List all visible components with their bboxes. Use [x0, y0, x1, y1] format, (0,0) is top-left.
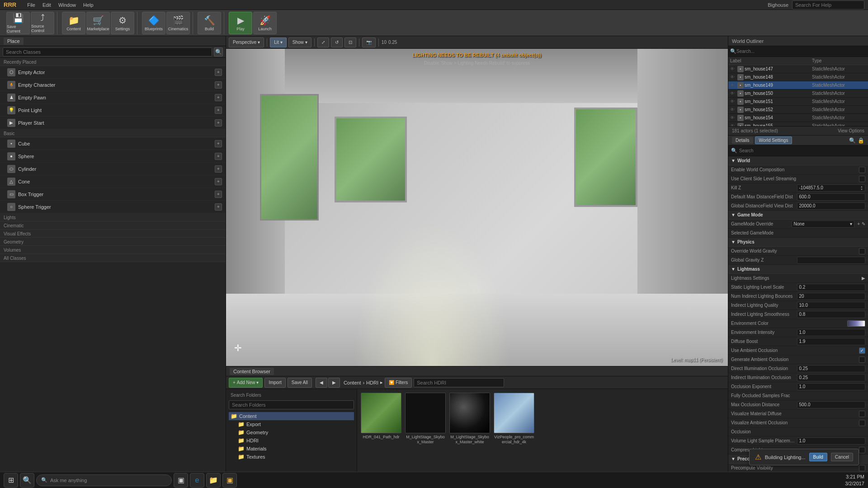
menu-window[interactable]: Window — [58, 2, 76, 8]
player-start-add-button[interactable]: + — [215, 119, 222, 127]
diffuse-boost-input[interactable]: 1.9 — [797, 338, 866, 345]
view-options-button[interactable]: View Options — [838, 128, 864, 133]
content-search-input[interactable] — [414, 378, 504, 387]
visibility-icon[interactable]: 👁 — [730, 83, 736, 88]
list-item[interactable]: M_LightStage_Skybox_Master_white — [449, 393, 490, 445]
menu-help[interactable]: Help — [83, 2, 94, 8]
environment-color-swatch[interactable] — [847, 320, 865, 327]
client-side-level-checkbox[interactable] — [859, 176, 865, 182]
build-notification-build-button[interactable]: Build — [809, 453, 827, 461]
table-row[interactable]: 👁 ▪ sm_house154 StaticMeshActor — [728, 114, 868, 122]
global-dist-input[interactable]: 20000.0 — [797, 202, 866, 210]
lightmass-settings-icon[interactable]: ▶ — [862, 276, 865, 281]
empty-character-add-button[interactable]: + — [215, 81, 222, 89]
max-occlusion-distance-input[interactable]: 500.0 — [797, 401, 866, 408]
viewport[interactable]: LIGHTING NEEDS TO BE REBUILT (4 unbuilt … — [226, 49, 728, 366]
camera-speed-button[interactable]: 📷 — [362, 38, 376, 47]
menu-file[interactable]: File — [27, 2, 35, 8]
list-item[interactable]: ▭ Box Trigger + — [0, 188, 226, 201]
explorer-button[interactable]: 📁 — [206, 473, 221, 488]
build-notification-cancel-button[interactable]: Cancel — [831, 453, 853, 461]
enable-world-composition-checkbox[interactable] — [859, 167, 865, 173]
source-control-button[interactable]: ⤴ Source Control — [31, 12, 54, 34]
indirect-smoothness-input[interactable]: 0.8 — [797, 311, 866, 318]
cinematics-button[interactable]: 🎬 Cinematics — [166, 12, 190, 34]
kill-z-input[interactable]: -104857.5.0 ▲ ▼ — [797, 184, 866, 192]
cylinder-add-button[interactable]: + — [215, 165, 222, 173]
task-view-button[interactable]: ▣ — [174, 473, 188, 488]
class-search-button[interactable]: 🔍 — [214, 47, 223, 56]
sidebar-folder-content[interactable]: 📁 Content — [229, 412, 354, 420]
visibility-icon[interactable]: 👁 — [730, 75, 736, 80]
lightmass-section-header[interactable]: ▼ Lightmass — [728, 265, 868, 274]
list-item[interactable]: VizPeople_pro_commercial_hdr_4k — [494, 393, 534, 445]
list-item[interactable]: ▪ Cube + — [0, 137, 226, 150]
visibility-icon[interactable]: 👁 — [730, 107, 736, 112]
sphere-add-button[interactable]: + — [215, 153, 222, 160]
world-section-header[interactable]: ▼ World — [728, 156, 868, 165]
nav-forward-button[interactable]: ▶ — [328, 378, 340, 388]
viewport-lit-button[interactable]: Lit ▾ — [270, 38, 287, 47]
viewport-mode-button[interactable]: Perspective ▾ — [229, 38, 264, 47]
global-gravity-z-input[interactable] — [797, 257, 866, 264]
unreal-button[interactable]: ▣ — [222, 473, 237, 488]
add-new-button[interactable]: + Add New ▾ — [229, 378, 263, 388]
down-arrow-icon[interactable]: ▼ — [860, 188, 863, 191]
game-mode-section-header[interactable]: ▼ Game Mode — [728, 211, 868, 220]
indirect-lighting-quality-input[interactable]: 10.0 — [797, 302, 866, 309]
list-item[interactable]: ○ Sphere Trigger + — [0, 201, 226, 213]
breadcrumb-hdri[interactable]: HDRI — [366, 380, 378, 385]
list-item[interactable]: 💡 Point Light + — [0, 104, 226, 117]
edit-gamemode-icon[interactable]: ✎ — [862, 221, 865, 226]
environment-intensity-input[interactable]: 1.0 — [797, 329, 866, 336]
cone-add-button[interactable]: + — [215, 178, 222, 185]
menu-edit[interactable]: Edit — [42, 2, 51, 8]
folder-search-input[interactable] — [229, 400, 354, 409]
save-current-button[interactable]: 💾 Save Current — [6, 12, 30, 34]
use-ambient-occlusion-checkbox[interactable] — [859, 347, 865, 354]
import-button[interactable]: Import — [264, 378, 285, 388]
table-row[interactable]: 👁 ▪ sm_house149 StaticMeshActor — [728, 81, 868, 89]
list-item[interactable]: ▶ Player Start + — [0, 117, 226, 129]
launch-button[interactable]: 🚀 Launch — [253, 12, 277, 34]
help-search-input[interactable] — [792, 0, 864, 9]
content-browser-tab[interactable]: Content Browser — [230, 368, 274, 375]
table-row[interactable]: 👁 ▪ sm_house155 StaticMeshActor — [728, 122, 868, 126]
default-max-dist-input[interactable]: 600.0 — [797, 193, 866, 201]
list-item[interactable]: ♟ Empty Pawn + — [0, 91, 226, 104]
details-search-input[interactable] — [739, 147, 865, 155]
list-item[interactable]: ● Sphere + — [0, 150, 226, 163]
search-details-icon[interactable]: 🔍 — [849, 137, 856, 144]
details-tab[interactable]: Details — [732, 137, 753, 144]
blueprints-button[interactable]: 🔷 Blueprints — [142, 12, 165, 34]
physics-section-header[interactable]: ▼ Physics — [728, 238, 868, 247]
save-all-button[interactable]: Save All — [288, 378, 312, 388]
visibility-icon[interactable]: 👁 — [730, 99, 736, 104]
sidebar-folder-materials[interactable]: 📁 Materials — [229, 445, 354, 453]
marketplace-button[interactable]: 🛒 Marketplace — [86, 12, 110, 34]
edge-button[interactable]: e — [190, 473, 204, 488]
visibility-icon[interactable]: 👁 — [730, 91, 736, 96]
table-row[interactable]: 👁 ▪ sm_house151 StaticMeshActor — [728, 98, 868, 106]
visualize-material-diffuse-checkbox[interactable] — [859, 411, 865, 417]
override-gravity-checkbox[interactable] — [859, 248, 865, 254]
scale-tool-button[interactable]: ⊡ — [344, 38, 356, 47]
point-light-add-button[interactable]: + — [215, 107, 222, 114]
list-item[interactable]: 🧍 Empty Character + — [0, 79, 226, 91]
taskbar-search-bar[interactable]: 🔍 Ask me anything — [36, 474, 172, 486]
cb-filters-button[interactable]: 🔽 Filters — [385, 378, 412, 388]
start-button[interactable]: ⊞ — [4, 473, 18, 488]
empty-pawn-add-button[interactable]: + — [215, 94, 222, 101]
empty-actor-add-button[interactable]: + — [215, 69, 222, 76]
occlusion-exponent-input[interactable]: 1.0 — [797, 383, 866, 390]
settings-button[interactable]: ⚙ Settings — [111, 12, 134, 34]
add-gamemode-icon[interactable]: + — [857, 221, 860, 226]
place-tab[interactable]: Place — [4, 38, 24, 45]
indirect-illumination-input[interactable]: 0.25 — [797, 374, 866, 381]
generate-ambient-occlusion-checkbox[interactable] — [859, 357, 865, 363]
viewport-show-button[interactable]: Show ▾ — [288, 38, 311, 47]
breadcrumb-more-icon[interactable]: ▸ — [380, 380, 383, 385]
play-button[interactable]: ▶ Play — [229, 12, 252, 34]
table-row[interactable]: 👁 ▪ sm_house152 StaticMeshActor — [728, 106, 868, 114]
sidebar-folder-export[interactable]: 📁 Export — [229, 420, 354, 428]
